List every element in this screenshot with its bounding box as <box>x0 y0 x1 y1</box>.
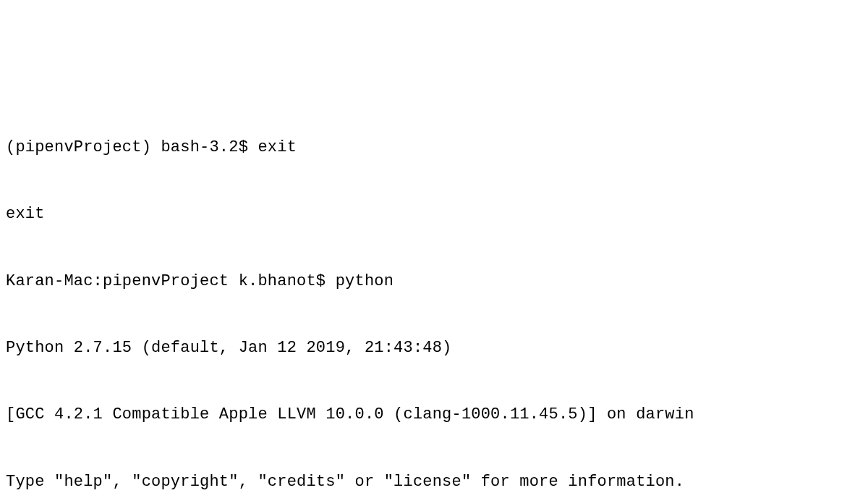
terminal-line: exit <box>6 203 862 226</box>
terminal-line: [GCC 4.2.1 Compatible Apple LLVM 10.0.0 … <box>6 404 862 426</box>
terminal-line: Karan-Mac:pipenvProject k.bhanot$ python <box>6 271 862 293</box>
terminal-line: (pipenvProject) bash-3.2$ exit <box>6 137 862 159</box>
terminal-line: Type "help", "copyright", "credits" or "… <box>6 471 862 493</box>
terminal-output[interactable]: (pipenvProject) bash-3.2$ exit exit Kara… <box>6 92 862 493</box>
terminal-line: Python 2.7.15 (default, Jan 12 2019, 21:… <box>6 337 862 360</box>
